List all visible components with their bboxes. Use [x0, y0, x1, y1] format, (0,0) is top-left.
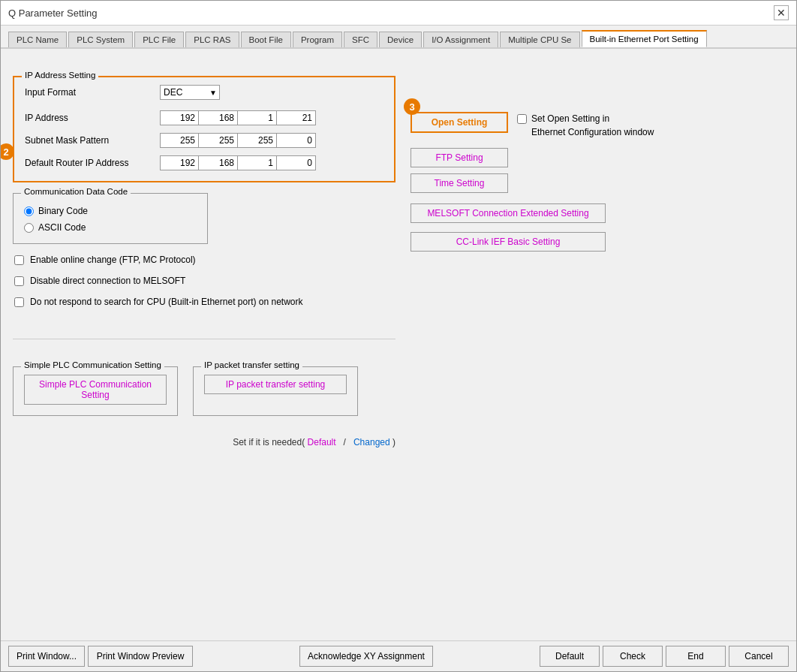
footer: Print Window... Print Window Preview Ack… — [1, 640, 796, 671]
tab-sfc[interactable]: SFC — [344, 32, 377, 47]
end-btn[interactable]: End — [666, 646, 726, 667]
tab-io-assignment[interactable]: I/O Assignment — [423, 32, 498, 47]
default-router-inputs — [160, 155, 316, 170]
subnet-mask-row: Subnet Mask Pattern — [25, 133, 383, 148]
input-format-wrapper: DEC HEX ▼ — [160, 85, 220, 100]
do-not-respond-row: Do not respond to search for CPU (Built-… — [14, 297, 395, 307]
router-octet-2[interactable] — [199, 155, 238, 170]
input-format-row: Input Format DEC HEX ▼ — [25, 85, 383, 100]
melsoft-btn[interactable]: MELSOFT Connection Extended Setting — [411, 203, 606, 223]
divider — [13, 339, 395, 339]
input-format-select[interactable]: DEC HEX — [160, 85, 220, 100]
acknowledge-btn[interactable]: Acknowledge XY Assignment — [299, 646, 433, 667]
main-layout: IP Address Setting Input Format DEC HEX … — [13, 61, 784, 452]
do-not-respond-checkbox[interactable] — [14, 297, 24, 307]
subnet-mask-inputs — [160, 133, 316, 148]
subnet-octet-4[interactable] — [277, 133, 316, 148]
ip-address-inputs — [160, 110, 316, 125]
check-btn[interactable]: Check — [603, 646, 663, 667]
open-setting-btn[interactable]: Open Setting — [411, 112, 508, 133]
enable-online-checkbox[interactable] — [14, 255, 24, 265]
close-button[interactable]: ✕ — [774, 5, 789, 20]
main-window: Q Parameter Setting ✕ PLC Name PLC Syste… — [0, 0, 797, 672]
left-panel: IP Address Setting Input Format DEC HEX … — [13, 61, 395, 452]
bottom-section: Simple PLC Communication Setting Simple … — [13, 366, 395, 416]
open-setting-checkbox-label: Set Open Setting inEthernet Configuratio… — [531, 112, 654, 139]
ip-octet-3[interactable] — [238, 110, 277, 125]
cclink-btn[interactable]: CC-Link IEF Basic Setting — [411, 232, 606, 252]
tab-plc-ras[interactable]: PLC RAS — [185, 32, 239, 47]
enable-online-label: Enable online change (FTP, MC Protocol) — [30, 255, 196, 265]
disable-direct-label: Disable direct connection to MELSOFT — [30, 276, 185, 286]
tab-builtin-ethernet[interactable]: Built-in Ethernet Port Setting — [582, 30, 707, 47]
default-router-row: Default Router IP Address — [25, 155, 383, 170]
title-bar: Q Parameter Setting ✕ — [1, 1, 796, 26]
default-router-label: Default Router IP Address — [25, 158, 160, 168]
content-area: 2 3 IP Address Setting Input Format DEC … — [1, 49, 796, 640]
badge-3: 3 — [404, 98, 420, 115]
window-title: Q Parameter Setting — [8, 8, 98, 19]
set-needed-prefix: Set if it is needed( — [233, 437, 305, 447]
set-needed-suffix: ) — [392, 437, 395, 447]
binary-label: Binary Code — [38, 206, 88, 216]
tab-boot-file[interactable]: Boot File — [241, 32, 291, 47]
open-setting-checkbox[interactable] — [517, 114, 527, 124]
subnet-octet-3[interactable] — [238, 133, 277, 148]
ip-address-setting-group: IP Address Setting Input Format DEC HEX … — [13, 76, 395, 182]
tab-plc-system[interactable]: PLC System — [68, 32, 133, 47]
do-not-respond-label: Do not respond to search for CPU (Built-… — [30, 297, 303, 307]
ascii-label: ASCII Code — [38, 222, 86, 233]
disable-direct-row: Disable direct connection to MELSOFT — [14, 276, 395, 286]
ip-octet-1[interactable] — [160, 110, 199, 125]
communication-data-code-group: Communication Data Code Binary Code ASCI… — [13, 193, 208, 244]
simple-plc-btn[interactable]: Simple PLC Communication Setting — [24, 375, 167, 405]
router-octet-1[interactable] — [160, 155, 199, 170]
ip-octet-2[interactable] — [199, 110, 238, 125]
time-setting-btn[interactable]: Time Setting — [411, 173, 508, 193]
ip-address-label: IP Address — [25, 113, 160, 123]
ascii-radio[interactable] — [24, 223, 34, 233]
tab-device[interactable]: Device — [379, 32, 422, 47]
tab-multiple-cpu[interactable]: Multiple CPU Se — [500, 32, 579, 47]
subnet-octet-1[interactable] — [160, 133, 199, 148]
ip-packet-btn[interactable]: IP packet transfer setting — [204, 375, 347, 394]
ip-octet-4[interactable] — [277, 110, 316, 125]
set-needed-default: Default — [308, 437, 336, 447]
open-setting-checkbox-area: Set Open Setting inEthernet Configuratio… — [517, 112, 654, 139]
ip-packet-legend: IP packet transfer setting — [201, 360, 302, 369]
set-needed-row: Set if it is needed( Default / Changed ) — [13, 437, 395, 447]
print-window-btn[interactable]: Print Window... — [8, 646, 85, 667]
comm-data-legend: Communication Data Code — [21, 187, 131, 196]
tab-plc-name[interactable]: PLC Name — [8, 32, 67, 47]
checkboxes-area: Enable online change (FTP, MC Protocol) … — [13, 255, 395, 318]
subnet-octet-2[interactable] — [199, 133, 238, 148]
router-octet-3[interactable] — [238, 155, 277, 170]
router-octet-4[interactable] — [277, 155, 316, 170]
ip-packet-group: IP packet transfer setting IP packet tra… — [193, 366, 358, 416]
default-btn[interactable]: Default — [540, 646, 600, 667]
print-preview-btn[interactable]: Print Window Preview — [88, 646, 193, 667]
enable-online-row: Enable online change (FTP, MC Protocol) — [14, 255, 395, 265]
simple-plc-legend: Simple PLC Communication Setting — [21, 360, 164, 369]
input-format-label: Input Format — [25, 87, 160, 98]
ascii-code-option[interactable]: ASCII Code — [24, 222, 197, 233]
binary-code-option[interactable]: Binary Code — [24, 206, 197, 216]
ip-address-row: IP Address — [25, 110, 383, 125]
tab-bar: PLC Name PLC System PLC File PLC RAS Boo… — [1, 26, 796, 49]
ip-address-legend: IP Address Setting — [22, 71, 98, 80]
open-setting-row: Open Setting Set Open Setting inEthernet… — [411, 112, 784, 139]
ftp-setting-btn[interactable]: FTP Setting — [411, 148, 508, 167]
binary-radio[interactable] — [24, 206, 34, 216]
set-needed-slash: / — [338, 437, 353, 447]
simple-plc-group: Simple PLC Communication Setting Simple … — [13, 366, 178, 416]
radio-group: Binary Code ASCII Code — [24, 201, 197, 233]
cancel-btn[interactable]: Cancel — [729, 646, 789, 667]
subnet-mask-label: Subnet Mask Pattern — [25, 135, 160, 146]
tab-program[interactable]: Program — [293, 32, 342, 47]
tab-plc-file[interactable]: PLC File — [134, 32, 184, 47]
right-panel: Open Setting Set Open Setting inEthernet… — [411, 61, 784, 452]
set-needed-changed: Changed — [353, 437, 390, 447]
disable-direct-checkbox[interactable] — [14, 276, 24, 286]
